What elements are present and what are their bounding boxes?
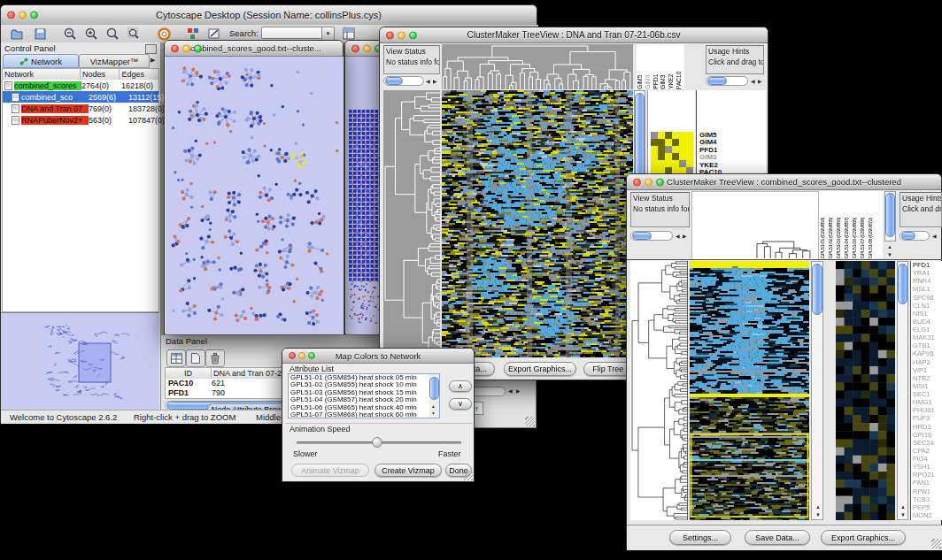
network-row[interactable]: combined_sco 2569(6) 13112(15) bbox=[3, 91, 158, 103]
zoom-out-icon[interactable] bbox=[63, 27, 78, 41]
tv2-gene[interactable]: PFD1 bbox=[913, 261, 942, 269]
scroll-right-icon[interactable]: ▶ bbox=[758, 79, 762, 84]
network-row[interactable]: combined_scores 2764(0) 16218(0) bbox=[3, 80, 158, 91]
tv2-column-label[interactable]: GPL51-02 (GSM855) bbox=[827, 218, 835, 259]
tv2-column-label[interactable]: GPL51-06 (GSM865) bbox=[851, 218, 859, 259]
tv2-gene[interactable]: FIG4 bbox=[913, 455, 942, 463]
tv2-status-hscrollbar[interactable] bbox=[630, 231, 673, 241]
tv2-gene[interactable]: MAK31 bbox=[913, 334, 942, 341]
treeview1-titlebar[interactable]: ClusterMaker TreeView : DNA and Tran 07-… bbox=[380, 27, 768, 43]
tv2-gene[interactable]: MON2 bbox=[913, 511, 942, 519]
scroll-up-icon[interactable]: ▲ bbox=[431, 404, 436, 409]
tv2-gene[interactable]: PEP5 bbox=[913, 503, 942, 511]
minimize-icon[interactable] bbox=[363, 44, 371, 52]
scroll-left-icon[interactable]: ◀ bbox=[932, 234, 937, 239]
tv1-column-label[interactable]: GIM4 bbox=[645, 75, 652, 89]
resize-grip-icon[interactable] bbox=[463, 471, 473, 480]
tv2-gene[interactable]: VIP1 bbox=[913, 366, 942, 374]
tv2-settings-button[interactable]: Settings... bbox=[669, 530, 731, 545]
tv2-gene[interactable]: MSL1 bbox=[913, 285, 942, 293]
fragment-hscrollbar[interactable] bbox=[470, 387, 506, 396]
tv2-gene[interactable]: HMG1 bbox=[913, 398, 942, 406]
create-vizmap-button[interactable]: Create Vizmap bbox=[374, 464, 442, 477]
scroll-down-icon[interactable]: ▼ bbox=[900, 512, 906, 518]
tab-vizmapper[interactable]: VizMapper™ bbox=[79, 54, 150, 68]
zoom-window-icon[interactable] bbox=[194, 44, 202, 52]
tv2-gene[interactable]: PAN1 bbox=[913, 479, 942, 487]
zoom-window-icon[interactable] bbox=[409, 31, 417, 39]
scroll-left-icon[interactable]: ◀ bbox=[676, 234, 680, 239]
scroll-left-icon[interactable]: ◀ bbox=[751, 79, 755, 84]
zoom-selected-icon[interactable] bbox=[127, 27, 142, 41]
zoom-window-icon[interactable] bbox=[656, 178, 664, 186]
tv2-gene[interactable]: KAP95 bbox=[913, 349, 942, 357]
open-session-icon[interactable] bbox=[10, 27, 25, 41]
zoom-in-icon[interactable] bbox=[84, 27, 99, 41]
zoom-window-icon[interactable] bbox=[30, 12, 38, 19]
tv1-column-label[interactable]: GIM3 bbox=[660, 75, 668, 89]
scroll-left-icon[interactable]: ◀ bbox=[508, 388, 513, 394]
speed-slider-thumb[interactable] bbox=[372, 437, 382, 448]
col-network[interactable]: Network bbox=[3, 69, 81, 80]
tv2-gene[interactable]: TCB3 bbox=[913, 495, 942, 503]
scroll-right-icon[interactable]: ▶ bbox=[516, 388, 521, 394]
tv2-gene[interactable]: RPO21 bbox=[913, 471, 942, 479]
tv2-column-label[interactable]: GPL51-07 (GSM868) bbox=[859, 218, 867, 259]
float-panel-icon[interactable] bbox=[145, 44, 157, 54]
annotation-icon[interactable] bbox=[206, 27, 221, 41]
tv2-gene[interactable]: HRD3 bbox=[913, 423, 942, 431]
tab-overflow-icon[interactable]: ▶ bbox=[151, 57, 155, 64]
move-down-button[interactable]: ∨ bbox=[449, 398, 472, 410]
select-attributes-icon[interactable] bbox=[166, 349, 186, 367]
tv2-zoom-vscrollbar[interactable]: ▲ ▼ bbox=[897, 261, 908, 520]
resize-grip-icon[interactable] bbox=[931, 539, 941, 548]
help-lifering-icon[interactable] bbox=[157, 27, 172, 41]
attribute-list-item[interactable]: GPL51-07 (GSM868) heat shock 60 min bbox=[289, 411, 439, 418]
tv2-gene[interactable]: GPI16 bbox=[913, 431, 942, 439]
network-row[interactable]: DNA and Tran 07 769(0) 183728(0) bbox=[3, 103, 158, 114]
animate-vizmap-button[interactable]: Animate Vizmap bbox=[291, 464, 369, 477]
tv2-row-dendrogram[interactable] bbox=[630, 261, 688, 520]
tv2-global-heatmap[interactable] bbox=[690, 261, 809, 520]
network-graph-canvas[interactable] bbox=[166, 57, 344, 334]
tv2-column-dendrogram[interactable] bbox=[691, 191, 819, 260]
tv2-gene[interactable]: NTR2 bbox=[913, 374, 942, 382]
tv2-gene[interactable]: PUF3 bbox=[913, 414, 942, 422]
scroll-up-icon[interactable]: ▲ bbox=[887, 244, 892, 249]
tv2-gene[interactable]: GTB1 bbox=[913, 341, 942, 349]
tv2-heatmap-vscrollbar[interactable]: ▲ ▼ bbox=[811, 261, 823, 520]
tv2-save-data-button[interactable]: Save Data... bbox=[745, 530, 810, 545]
scroll-left-icon[interactable]: ◀ bbox=[426, 79, 430, 84]
tv2-gene[interactable]: HAP3 bbox=[913, 358, 942, 366]
close-icon[interactable] bbox=[633, 178, 641, 186]
tv2-gene[interactable]: SEC1 bbox=[913, 390, 942, 398]
tv2-gene[interactable]: CLN1 bbox=[913, 302, 942, 310]
minimize-icon[interactable] bbox=[19, 12, 27, 19]
tv1-column-label[interactable]: YKE2 bbox=[668, 74, 676, 89]
minimize-icon[interactable] bbox=[298, 352, 305, 359]
tab-network[interactable]: Network bbox=[3, 54, 79, 68]
tv1-zoom-matrix[interactable] bbox=[651, 132, 693, 174]
tv1-column-label[interactable]: PAC10 bbox=[676, 72, 683, 89]
scroll-up-icon[interactable]: ▲ bbox=[815, 504, 821, 510]
close-icon[interactable] bbox=[351, 44, 359, 52]
tv2-column-label[interactable]: GPL51-03 (GSM856) bbox=[835, 218, 843, 259]
col-nodes[interactable]: Nodes bbox=[81, 69, 120, 80]
close-icon[interactable] bbox=[171, 44, 179, 52]
tv2-gene[interactable]: YSH1 bbox=[913, 463, 942, 471]
scroll-down-icon[interactable]: ▼ bbox=[815, 512, 821, 518]
tv2-gene[interactable]: PHO81 bbox=[913, 406, 942, 414]
tv2-column-label[interactable]: GPL51-08 (GSM872) bbox=[867, 218, 875, 259]
tv2-gene[interactable]: SPC98 bbox=[913, 294, 942, 302]
close-icon[interactable] bbox=[289, 352, 296, 359]
new-attribute-icon[interactable] bbox=[186, 349, 205, 367]
scroll-down-icon[interactable]: ▼ bbox=[431, 411, 436, 416]
col-edges[interactable]: Edges bbox=[120, 69, 158, 80]
tv2-gene[interactable]: RPN1 bbox=[913, 487, 942, 495]
vizmapper-icon[interactable] bbox=[185, 27, 200, 41]
tv2-column-label[interactable]: GPL51-04 (GSM857) bbox=[843, 218, 851, 259]
id-column-header[interactable]: ID bbox=[166, 368, 212, 379]
netwin1-titlebar[interactable]: combined_scores_good.txt--cluste... bbox=[165, 41, 343, 57]
treeview2-titlebar[interactable]: ClusterMaker TreeView : combined_scores_… bbox=[627, 174, 941, 190]
save-session-icon[interactable] bbox=[33, 27, 48, 41]
